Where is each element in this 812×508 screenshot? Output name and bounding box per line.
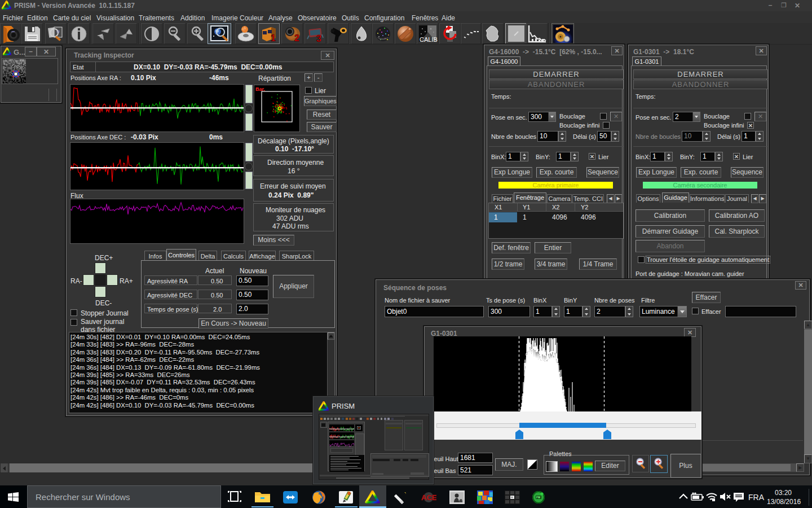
svg-text:ACE: ACE	[421, 493, 436, 502]
svg-text:2: 2	[294, 33, 299, 43]
svg-text:CALIB: CALIB	[420, 36, 438, 43]
svg-text:FM: FM	[536, 496, 540, 499]
svg-text:3: 3	[316, 34, 321, 43]
svg-text:1: 1	[271, 33, 276, 43]
